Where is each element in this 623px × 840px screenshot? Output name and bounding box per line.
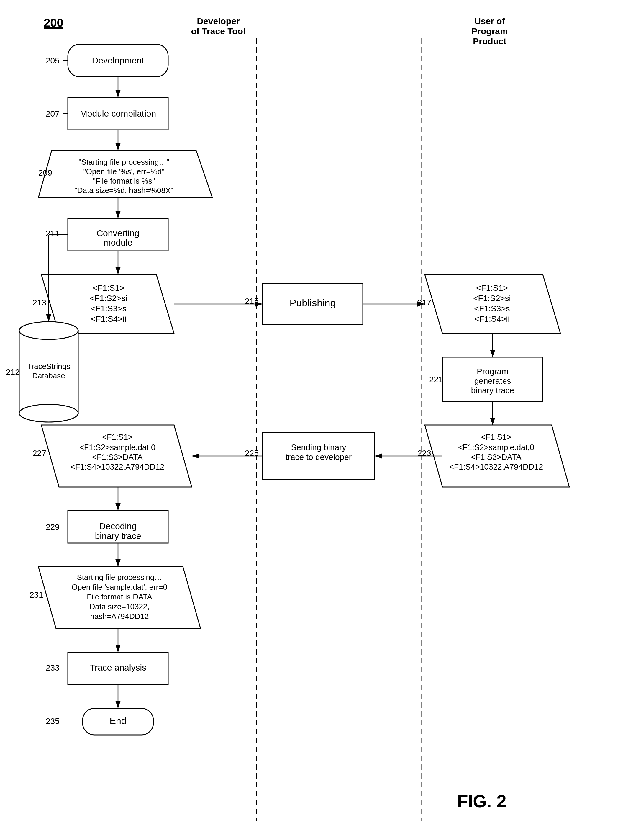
svg-text:Data size=10322,: Data size=10322,	[89, 602, 149, 611]
svg-text:<F1:S1>: <F1:S1>	[476, 283, 508, 292]
svg-text:trace to developer: trace to developer	[285, 452, 351, 462]
svg-rect-55	[68, 511, 168, 543]
svg-text:229: 229	[46, 522, 60, 532]
svg-text:binary trace: binary trace	[471, 386, 514, 395]
diagram-number: 200	[44, 16, 63, 29]
svg-text:<F1:S1>: <F1:S1>	[481, 433, 511, 442]
svg-text:217: 217	[417, 298, 431, 307]
svg-text:233: 233	[46, 663, 60, 672]
svg-text:221: 221	[429, 375, 443, 384]
svg-text:Program: Program	[477, 367, 508, 376]
svg-text:211: 211	[46, 229, 60, 238]
svg-text:Trace analysis: Trace analysis	[90, 663, 146, 672]
svg-text:Publishing: Publishing	[290, 297, 336, 308]
svg-text:Decoding: Decoding	[100, 521, 137, 531]
svg-text:231: 231	[29, 590, 43, 600]
svg-text:<F1:S3>s: <F1:S3>s	[474, 304, 510, 313]
svg-text:File format is DATA: File format is DATA	[87, 592, 152, 601]
svg-text:209: 209	[38, 168, 52, 177]
svg-text:Module compilation: Module compilation	[80, 109, 156, 118]
svg-text:"Starting file processing…": "Starting file processing…"	[78, 158, 169, 166]
svg-marker-39	[425, 425, 569, 487]
svg-text:<F1:S1>: <F1:S1>	[102, 433, 133, 442]
svg-text:TraceStrings: TraceStrings	[27, 362, 70, 371]
svg-rect-25	[262, 283, 363, 325]
svg-rect-6	[68, 97, 168, 130]
svg-rect-3	[68, 44, 168, 77]
svg-text:223: 223	[417, 449, 431, 458]
fig-label: FIG. 2	[457, 791, 506, 811]
svg-rect-45	[262, 432, 374, 480]
svg-rect-69	[83, 708, 153, 735]
svg-text:212: 212	[6, 368, 20, 377]
svg-text:213: 213	[32, 298, 46, 307]
svg-text:225: 225	[245, 449, 259, 458]
svg-point-73	[19, 405, 78, 422]
svg-text:<F1:S4>ii: <F1:S4>ii	[91, 314, 126, 323]
svg-marker-59	[38, 567, 201, 629]
svg-text:hash=A794DD12: hash=A794DD12	[90, 612, 149, 621]
svg-marker-19	[41, 274, 174, 334]
svg-text:Development: Development	[92, 55, 144, 65]
svg-text:<F1:S2>sample.dat,0: <F1:S2>sample.dat,0	[79, 443, 155, 452]
svg-text:<F1:S4>10322,A794DD12: <F1:S4>10322,A794DD12	[71, 463, 164, 471]
svg-text:215: 215	[245, 297, 259, 306]
svg-rect-15	[68, 218, 168, 251]
diagram-svg: Development Module compilation "Starting…	[0, 0, 623, 840]
diagram-container: 200 Developerof Trace Tool User ofProgra…	[0, 0, 623, 840]
svg-text:<F1:S4>10322,A794DD12: <F1:S4>10322,A794DD12	[449, 463, 543, 471]
svg-text:Database: Database	[32, 371, 65, 380]
svg-text:Converting: Converting	[97, 228, 139, 238]
svg-text:<F1:S3>DATA: <F1:S3>DATA	[471, 453, 522, 462]
svg-rect-66	[68, 652, 168, 685]
svg-text:binary trace: binary trace	[95, 531, 141, 541]
svg-rect-34	[442, 357, 543, 402]
svg-rect-71	[19, 331, 78, 413]
svg-text:227: 227	[32, 449, 46, 458]
svg-text:"Data size=%d, hash=%08X": "Data size=%d, hash=%08X"	[75, 186, 173, 195]
svg-text:End: End	[110, 715, 127, 726]
developer-column-header: Developerof Trace Tool	[189, 16, 248, 36]
svg-text:<F1:S4>ii: <F1:S4>ii	[474, 314, 510, 323]
svg-text:<F1:S3>s: <F1:S3>s	[91, 304, 126, 313]
user-column-header: User ofProgramProduct	[457, 16, 522, 46]
svg-text:205: 205	[46, 56, 60, 65]
svg-text:235: 235	[46, 717, 60, 726]
svg-text:207: 207	[46, 109, 60, 118]
svg-text:<F1:S2>sample.dat,0: <F1:S2>sample.dat,0	[458, 443, 534, 452]
svg-text:"File format is %s": "File format is %s"	[93, 177, 155, 185]
svg-marker-9	[38, 151, 212, 198]
svg-text:generates: generates	[474, 376, 511, 385]
svg-text:"Open file '%s', err=%d": "Open file '%s', err=%d"	[83, 167, 164, 176]
svg-point-72	[19, 322, 78, 339]
svg-text:<F1:S2>si: <F1:S2>si	[473, 294, 511, 303]
svg-text:Starting file processing…: Starting file processing…	[77, 573, 162, 582]
svg-text:Open file 'sample.dat', err=0: Open file 'sample.dat', err=0	[72, 583, 167, 591]
svg-text:<F1:S1>: <F1:S1>	[93, 283, 124, 292]
svg-marker-49	[41, 425, 192, 487]
svg-text:<F1:S3>DATA: <F1:S3>DATA	[92, 453, 143, 462]
svg-marker-28	[425, 274, 560, 334]
svg-text:Sending binary: Sending binary	[291, 443, 346, 452]
svg-text:<F1:S2>si: <F1:S2>si	[90, 294, 127, 303]
svg-text:module: module	[104, 238, 132, 247]
